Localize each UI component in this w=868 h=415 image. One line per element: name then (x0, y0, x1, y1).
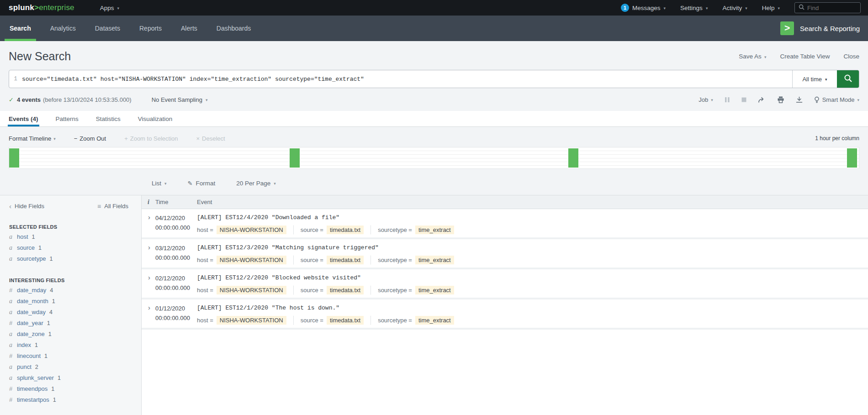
page-title: New Search (9, 50, 71, 63)
timeline-bar[interactable] (9, 148, 19, 168)
field-type-icon: a (9, 244, 17, 252)
hide-fields-button[interactable]: ‹ Hide Fields (9, 202, 44, 210)
zoom-out-label: Zoom Out (79, 135, 106, 142)
time-range-picker[interactable]: All time ▾ (792, 70, 837, 88)
event-field-source: source =timedata.txt (293, 256, 370, 264)
create-table-view-button[interactable]: Create Table View (780, 53, 830, 60)
expand-event-button[interactable]: › (142, 213, 154, 234)
field-link[interactable]: host (17, 233, 28, 240)
expand-event-button[interactable]: › (142, 304, 154, 325)
job-menu[interactable]: Job ▾ (699, 96, 713, 103)
field-link[interactable]: date_zone (17, 331, 45, 337)
field-link[interactable]: date_mday (17, 287, 46, 294)
find-search[interactable] (794, 2, 861, 13)
field-value[interactable]: NISHA-WORKSTATION (217, 316, 286, 325)
field-value[interactable]: timedata.txt (327, 316, 364, 325)
field-link[interactable]: source (17, 244, 35, 251)
timeline-controls: Format Timeline ▾ − Zoom Out + Zoom to S… (9, 133, 859, 143)
field-value[interactable]: NISHA-WORKSTATION (217, 286, 286, 294)
timeline-chart[interactable] (9, 147, 859, 169)
field-value[interactable]: timedata.txt (327, 256, 364, 264)
nav-item-reports[interactable]: Reports (130, 16, 171, 41)
caret-down-icon: ▾ (825, 77, 827, 82)
field-link[interactable]: timeendpos (17, 385, 48, 392)
nav-item-search[interactable]: Search (0, 16, 41, 41)
tab-events[interactable]: Events (4) (9, 111, 38, 126)
job-status-row: ✓ 4 events (before 13/10/2024 10:53:35.0… (9, 94, 859, 105)
share-button[interactable] (758, 96, 766, 103)
field-label: host = (197, 257, 213, 263)
field-link[interactable]: punct (17, 363, 32, 370)
field-value[interactable]: time_extract (415, 226, 454, 234)
list-view-menu[interactable]: List ▾ (152, 180, 167, 187)
export-button[interactable] (796, 96, 803, 103)
apps-menu[interactable]: Apps ▾ (100, 5, 119, 11)
timeline-bar[interactable] (568, 148, 578, 168)
format-menu[interactable]: ✎ Format (188, 180, 216, 187)
close-button[interactable]: Close (843, 53, 859, 60)
topbar-right-menus: 1 Messages ▾ Settings ▾ Activity ▾ Help … (621, 2, 861, 13)
expand-event-button[interactable]: › (142, 243, 154, 264)
expand-event-button[interactable]: › (142, 273, 154, 294)
zoom-out-button[interactable]: − Zoom Out (74, 135, 106, 142)
field-link[interactable]: index (17, 341, 31, 348)
search-query-input[interactable]: source="timedata.txt" host="NISHA-WORKST… (22, 70, 792, 88)
print-button[interactable] (777, 96, 784, 103)
tab-patterns[interactable]: Patterns (56, 111, 79, 126)
field-item-index: aindex1 (9, 341, 135, 352)
messages-menu[interactable]: 1 Messages ▾ (621, 4, 666, 12)
event-sampling-menu[interactable]: No Event Sampling ▾ (152, 96, 208, 103)
field-link[interactable]: date_wday (17, 309, 46, 315)
find-input[interactable] (807, 5, 857, 11)
field-type-icon: # (9, 320, 17, 326)
save-as-label: Save As (739, 53, 762, 60)
field-link[interactable]: date_month (17, 298, 48, 305)
save-as-menu[interactable]: Save As ▾ (739, 53, 766, 60)
field-value[interactable]: time_extract (415, 256, 454, 264)
event-clock: 00:00:00.000 (155, 253, 195, 263)
nav-item-dashboards[interactable]: Dashboards (207, 16, 261, 41)
caret-down-icon: ▾ (53, 137, 56, 141)
field-type-icon: # (9, 396, 17, 403)
timeline-bar[interactable] (290, 148, 300, 168)
field-type-icon: a (9, 341, 17, 349)
current-app[interactable]: > Search & Reporting (780, 16, 860, 41)
search-dashboard-upper: New Search Save As ▾ Create Table View C… (0, 41, 868, 195)
smart-mode-menu[interactable]: Smart Mode ▾ (814, 96, 859, 103)
field-count: 1 (53, 397, 56, 403)
timeline-bar[interactable] (847, 148, 857, 168)
field-link[interactable]: sourcetype (17, 255, 46, 262)
event-cell: [ALERT] EST12/4/2020 "Downloaded a file"… (195, 213, 868, 234)
all-fields-button[interactable]: ≡ All Fields (97, 203, 128, 210)
splunk-logo[interactable]: splunk>enterprise (9, 3, 74, 12)
time-range-label: All time (802, 76, 822, 83)
nav-item-alerts[interactable]: Alerts (171, 16, 207, 41)
activity-menu[interactable]: Activity ▾ (722, 5, 747, 11)
tab-statistics[interactable]: Statistics (96, 111, 121, 126)
pause-button[interactable] (725, 97, 730, 103)
field-value[interactable]: timedata.txt (327, 286, 364, 294)
tab-visualization[interactable]: Visualization (138, 111, 173, 126)
nav-item-analytics[interactable]: Analytics (41, 16, 85, 41)
zoom-to-selection-button[interactable]: + Zoom to Selection (124, 135, 178, 142)
field-value[interactable]: NISHA-WORKSTATION (217, 226, 286, 234)
field-label: sourcetype = (378, 226, 412, 233)
help-menu[interactable]: Help ▾ (762, 5, 780, 11)
field-link[interactable]: date_year (17, 320, 43, 326)
settings-menu[interactable]: Settings ▾ (680, 5, 708, 11)
format-timeline-menu[interactable]: Format Timeline ▾ (9, 135, 56, 142)
field-link[interactable]: splunk_server (17, 374, 54, 381)
nav-label: Alerts (181, 25, 197, 32)
field-value[interactable]: timedata.txt (327, 226, 364, 234)
nav-item-datasets[interactable]: Datasets (85, 16, 130, 41)
per-page-menu[interactable]: 20 Per Page ▾ (236, 180, 276, 187)
run-search-button[interactable] (837, 70, 859, 88)
field-value[interactable]: time_extract (415, 286, 454, 294)
event-cell: [ALERT] EST12/1/2020 "The host is down."… (195, 304, 868, 325)
field-value[interactable]: time_extract (415, 316, 454, 325)
field-link[interactable]: linecount (17, 352, 41, 359)
field-link[interactable]: timestartpos (17, 396, 49, 403)
deselect-button[interactable]: × Deselect (196, 135, 225, 142)
stop-button[interactable] (741, 97, 746, 102)
field-value[interactable]: NISHA-WORKSTATION (217, 256, 286, 264)
